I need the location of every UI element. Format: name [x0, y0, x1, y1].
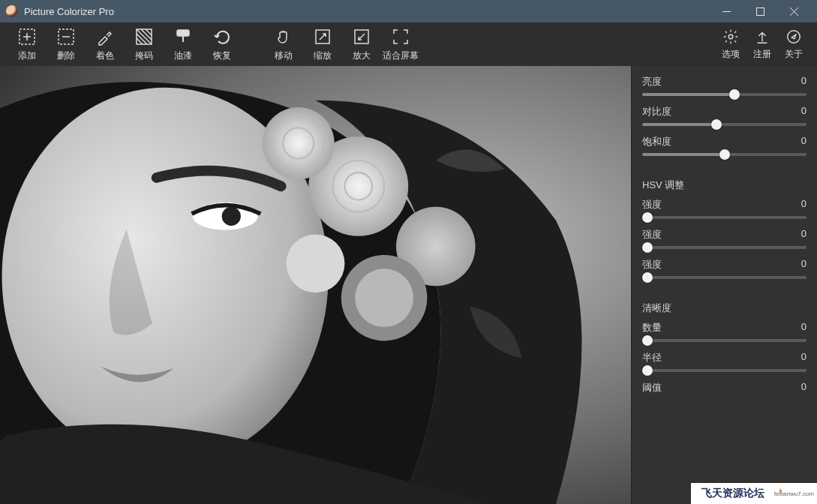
slider-label: 数量 — [642, 321, 662, 334]
mask-button[interactable]: 掩码 — [125, 27, 164, 62]
slider-label: 强度 — [642, 258, 662, 272]
svg-point-12 — [222, 207, 241, 226]
register-button[interactable]: 注册 — [746, 28, 778, 61]
slider-value: 0 — [801, 258, 806, 272]
watermark: 飞天资源论坛 feitianwu7.com — [691, 483, 817, 504]
titlebar: Picture Colorizer Pro — [0, 0, 817, 22]
svg-point-24 — [287, 234, 345, 292]
svg-point-8 — [788, 30, 800, 43]
mask-icon — [134, 27, 154, 46]
watermark-text: 飞天资源论坛 — [701, 487, 764, 500]
tool-label: 注册 — [753, 48, 771, 61]
slider-value: 0 — [801, 381, 806, 394]
tool-label: 关于 — [785, 48, 803, 61]
slider-label: 对比度 — [642, 105, 671, 118]
tool-label: 放大 — [353, 50, 371, 62]
options-button[interactable]: 选项 — [715, 28, 746, 61]
move-button[interactable]: 移动 — [264, 27, 303, 62]
svg-point-23 — [355, 268, 413, 327]
tool-label: 添加 — [18, 50, 36, 62]
preview-image — [0, 66, 631, 504]
watermark-url: feitianwu7.com — [774, 490, 814, 497]
add-icon — [17, 27, 37, 46]
tool-label: 移动 — [275, 50, 293, 62]
tool-label: 油漆 — [174, 50, 192, 62]
hsv-section-title: HSV 调整 — [632, 172, 817, 195]
slider-value: 0 — [801, 321, 806, 334]
toolbar: 添加 删除 着色 掩码 油漆 恢复 移动 — [0, 22, 817, 66]
tool-label: 着色 — [96, 50, 114, 62]
sharpness-section-title: 清晰度 — [632, 296, 817, 318]
tool-label: 选项 — [722, 48, 740, 61]
svg-point-7 — [728, 34, 733, 39]
slider-value: 0 — [801, 105, 806, 118]
slider-value: 0 — [801, 351, 806, 364]
slider-label: 强度 — [642, 198, 662, 212]
upload-icon — [754, 28, 770, 45]
gear-icon — [722, 28, 739, 45]
tool-label: 适合屏幕 — [383, 50, 419, 62]
hsv-slider-3[interactable] — [642, 276, 806, 279]
slider-label: 阈值 — [642, 381, 662, 394]
maximize-button[interactable] — [743, 0, 777, 22]
slider-value: 0 — [801, 228, 806, 242]
slider-label: 饱和度 — [642, 135, 671, 148]
hsv-slider-1[interactable] — [642, 216, 806, 219]
main-area: 亮度0 对比度0 饱和度0 HSV 调整 强度0 强度0 强度0 清晰度 数量0… — [0, 66, 817, 504]
contract-icon — [352, 27, 371, 46]
saturation-slider[interactable] — [642, 153, 806, 156]
hand-icon — [274, 27, 293, 46]
close-button[interactable] — [777, 0, 811, 22]
fit-button[interactable]: 适合屏幕 — [381, 27, 420, 62]
app-title: Picture Colorizer Pro — [24, 6, 710, 17]
slider-label: 半径 — [642, 351, 662, 364]
eyedropper-icon — [95, 27, 115, 46]
remove-button[interactable]: 删除 — [47, 27, 86, 62]
image-canvas[interactable] — [0, 66, 631, 504]
enlarge-button[interactable]: 放大 — [342, 27, 381, 62]
radius-slider[interactable] — [642, 369, 806, 372]
slider-value: 0 — [801, 75, 806, 88]
svg-rect-0 — [757, 8, 764, 15]
app-icon — [6, 5, 18, 17]
paint-button[interactable]: 油漆 — [164, 27, 203, 62]
amount-slider[interactable] — [642, 339, 806, 342]
roller-icon — [173, 27, 193, 46]
tool-label: 恢复 — [213, 50, 231, 62]
slider-value: 0 — [801, 198, 806, 212]
tool-label: 删除 — [57, 50, 75, 62]
remove-icon — [56, 27, 76, 46]
adjustments-panel: 亮度0 对比度0 饱和度0 HSV 调整 强度0 强度0 强度0 清晰度 数量0… — [631, 66, 817, 504]
slider-value: 0 — [801, 135, 806, 148]
minimize-button[interactable] — [710, 0, 743, 22]
about-button[interactable]: 关于 — [778, 28, 809, 61]
tool-label: 掩码 — [135, 50, 153, 62]
compass-icon — [785, 28, 802, 45]
brightness-slider[interactable] — [642, 93, 806, 96]
colorize-button[interactable]: 着色 — [86, 27, 125, 62]
hsv-slider-2[interactable] — [642, 246, 806, 249]
undo-icon — [212, 27, 232, 46]
add-button[interactable]: 添加 — [8, 27, 47, 62]
svg-rect-4 — [177, 30, 189, 36]
slider-label: 亮度 — [642, 75, 662, 88]
slider-label: 强度 — [642, 228, 662, 242]
tool-label: 缩放 — [314, 50, 332, 62]
expand-icon — [313, 27, 332, 46]
restore-button[interactable]: 恢复 — [203, 27, 242, 62]
zoom-button[interactable]: 缩放 — [303, 27, 342, 62]
contrast-slider[interactable] — [642, 123, 806, 126]
fit-screen-icon — [391, 27, 410, 46]
